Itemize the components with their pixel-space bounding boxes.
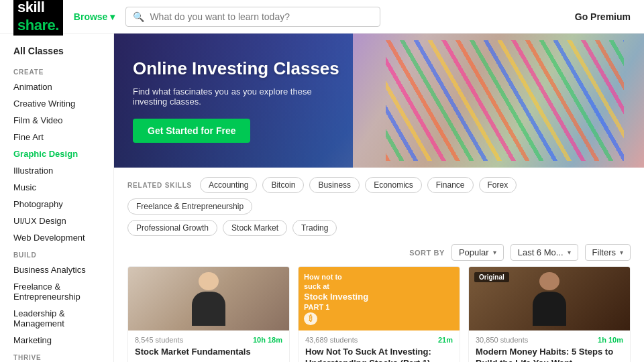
skill-pill-accounting[interactable]: Accounting bbox=[200, 177, 257, 193]
course-students-time-3: 30,850 students 1h 10m bbox=[476, 336, 623, 344]
course-card-3: Original 30,850 students 1h 10m Modern M… bbox=[468, 266, 631, 362]
course-thumb-2: How not to suck at Stock Investing PART … bbox=[299, 267, 460, 330]
search-input[interactable] bbox=[150, 11, 373, 22]
sort-time-select[interactable]: Last 6 Mo... ▾ bbox=[511, 244, 578, 261]
skill-pill-bitcoin[interactable]: Bitcoin bbox=[262, 177, 304, 193]
sidebar-item-ui-ux-design[interactable]: UI/UX Design bbox=[0, 213, 113, 229]
course-thumb-1 bbox=[128, 267, 289, 330]
browse-button[interactable]: Browse ▾ bbox=[74, 11, 115, 22]
original-badge: Original bbox=[474, 272, 509, 282]
course-title-3: Modern Money Habits: 5 Steps to Build th… bbox=[476, 347, 623, 362]
students-count-2: 43,689 students bbox=[305, 336, 358, 344]
skill-pill-stock-market[interactable]: Stock Market bbox=[223, 220, 287, 236]
sort-popular-select[interactable]: Popular ▾ bbox=[451, 244, 504, 261]
logo-dot: share. bbox=[17, 17, 59, 34]
search-bar[interactable]: 🔍 bbox=[125, 7, 380, 27]
sort-by-label: SORT BY bbox=[409, 249, 445, 257]
chevron-down-icon: ▾ bbox=[493, 249, 496, 256]
sidebar-item-photography[interactable]: Photography bbox=[0, 196, 113, 213]
logo: skillshare. bbox=[13, 0, 63, 36]
thumb-stock-investing: Stock Investing bbox=[304, 292, 368, 303]
related-skills-row2: Professional Growth Stock Market Trading bbox=[114, 215, 644, 236]
go-premium-button[interactable]: Go Premium bbox=[575, 11, 631, 22]
dark-person-body bbox=[533, 292, 566, 325]
course-students-time-2: 43,689 students 21m bbox=[305, 336, 453, 344]
hero-decor bbox=[386, 40, 625, 161]
filters-label: Filters bbox=[592, 247, 616, 257]
course-card-1: 8,545 students 10h 18m Stock Market Fund… bbox=[127, 266, 290, 362]
person-silhouette bbox=[191, 272, 227, 326]
sort-time-value: Last 6 Mo... bbox=[518, 247, 564, 257]
sidebar-item-graphic-design[interactable]: Graphic Design bbox=[0, 145, 113, 162]
course-photo-person bbox=[128, 267, 289, 330]
course-meta-3: 30,850 students 1h 10m Modern Money Habi… bbox=[469, 330, 630, 362]
duration-1: 10h 18m bbox=[253, 336, 282, 344]
skill-pill-business[interactable]: Business bbox=[309, 177, 360, 193]
duration-3: 1h 10m bbox=[598, 336, 623, 344]
header: skillshare. Browse ▾ 🔍 Go Premium bbox=[0, 0, 644, 34]
sidebar-item-illustration[interactable]: Illustration bbox=[0, 162, 113, 179]
course-photo-orange: How not to suck at Stock Investing PART … bbox=[299, 267, 460, 330]
thumb-suck-at: suck at bbox=[304, 282, 368, 291]
hero-text: Online Investing Classes Find what fasci… bbox=[114, 38, 358, 162]
sidebar-section-thrive: THRIVE bbox=[0, 349, 113, 362]
sort-bar: SORT BY Popular ▾ Last 6 Mo... ▾ Filters… bbox=[114, 236, 644, 266]
sidebar-item-business-analytics[interactable]: Business Analytics bbox=[0, 261, 113, 278]
students-count-3: 30,850 students bbox=[476, 336, 528, 344]
sidebar-item-animation[interactable]: Animation bbox=[0, 78, 113, 95]
course-card-2: How not to suck at Stock Investing PART … bbox=[298, 266, 460, 362]
skill-pill-freelance-entrepreneurship[interactable]: Freelance & Entrepreneurship bbox=[127, 198, 252, 215]
sidebar-section-build: BUILD bbox=[0, 246, 113, 261]
skill-pill-economics[interactable]: Economics bbox=[365, 177, 422, 193]
hero-banner: Online Investing Classes Find what fasci… bbox=[114, 34, 644, 168]
person-head bbox=[199, 272, 219, 291]
skill-pill-professional-growth[interactable]: Professional Growth bbox=[127, 220, 217, 236]
skill-pill-finance[interactable]: Finance bbox=[427, 177, 474, 193]
course-students-time-1: 8,545 students 10h 18m bbox=[135, 336, 282, 344]
chevron-down-icon: ▾ bbox=[620, 249, 623, 256]
hero-title: Online Investing Classes bbox=[133, 58, 339, 79]
sort-popular-value: Popular bbox=[459, 247, 489, 257]
content-area: Online Investing Classes Find what fasci… bbox=[114, 34, 644, 362]
sidebar-item-freelance[interactable]: Freelance & Entrepreneurship bbox=[0, 278, 113, 305]
sidebar-item-creative-writing[interactable]: Creative Writing bbox=[0, 95, 113, 112]
sidebar-all-classes[interactable]: All Classes bbox=[0, 43, 113, 63]
sidebar-section-create: CREATE bbox=[0, 63, 113, 78]
related-skills-row1: RELATED SKILLS Accounting Bitcoin Busine… bbox=[114, 168, 644, 215]
dark-person-head bbox=[539, 272, 559, 291]
related-skills-label: RELATED SKILLS bbox=[127, 182, 192, 189]
person-body bbox=[192, 292, 225, 325]
sidebar-item-music[interactable]: Music bbox=[0, 179, 113, 196]
course-meta-2: 43,689 students 21m How Not To Suck At I… bbox=[299, 330, 460, 362]
bitcoin-icon: ₿ bbox=[304, 312, 317, 325]
thumb-part1: PART 1 bbox=[304, 302, 368, 312]
students-count-1: 8,545 students bbox=[135, 336, 183, 344]
filters-button[interactable]: Filters ▾ bbox=[585, 244, 631, 261]
sidebar: All Classes CREATE Animation Creative Wr… bbox=[0, 34, 114, 362]
course-meta-1: 8,545 students 10h 18m Stock Market Fund… bbox=[128, 330, 289, 362]
course-title-2: How Not To Suck At Investing: Understand… bbox=[305, 347, 453, 362]
sidebar-item-fine-art[interactable]: Fine Art bbox=[0, 129, 113, 145]
search-icon: 🔍 bbox=[133, 11, 144, 22]
thumb-how-not-to: How not to bbox=[304, 272, 368, 282]
course-photo-dark: Original bbox=[469, 267, 630, 330]
courses-grid: 8,545 students 10h 18m Stock Market Fund… bbox=[114, 266, 644, 362]
browse-label: Browse bbox=[74, 11, 108, 22]
sidebar-item-leadership[interactable]: Leadership & Management bbox=[0, 305, 113, 332]
sidebar-item-marketing[interactable]: Marketing bbox=[0, 332, 113, 349]
skill-pill-trading[interactable]: Trading bbox=[292, 220, 337, 236]
hero-cta-button[interactable]: Get Started for Free bbox=[133, 119, 250, 143]
duration-2: 21m bbox=[438, 336, 453, 344]
chevron-down-icon: ▾ bbox=[110, 11, 115, 22]
course-thumb-3: Original bbox=[469, 267, 630, 330]
skill-pill-forex[interactable]: Forex bbox=[479, 177, 517, 193]
sidebar-item-web-development[interactable]: Web Development bbox=[0, 229, 113, 246]
hero-subtitle: Find what fascinates you as you explore … bbox=[133, 86, 334, 107]
chevron-down-icon: ▾ bbox=[568, 249, 571, 256]
main-layout: All Classes CREATE Animation Creative Wr… bbox=[0, 34, 644, 362]
sidebar-item-film-video[interactable]: Film & Video bbox=[0, 112, 113, 129]
dark-person-silhouette bbox=[531, 272, 568, 326]
course-title-1: Stock Market Fundamentals bbox=[135, 347, 282, 358]
